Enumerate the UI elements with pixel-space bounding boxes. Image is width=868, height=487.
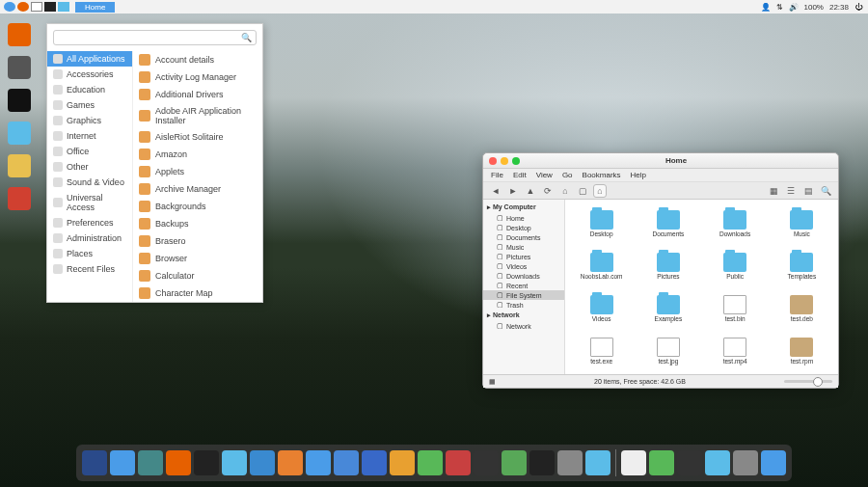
dock-app-icon[interactable] [446, 450, 471, 475]
panel-task-icon[interactable] [4, 2, 15, 12]
sidebar-item[interactable]: ▢Videos [483, 261, 564, 271]
app-item[interactable]: Backgrounds [133, 198, 262, 215]
app-item[interactable]: Additional Drivers [133, 86, 262, 103]
clock[interactable]: 22:38 [829, 3, 849, 12]
panel-task-icon[interactable] [31, 2, 42, 12]
dock-app-icon[interactable] [557, 450, 583, 475]
menu-view[interactable]: View [536, 171, 553, 179]
search-input[interactable] [58, 33, 241, 42]
category-item[interactable]: Administration [47, 230, 132, 246]
launcher-terminal-icon[interactable] [8, 89, 31, 112]
path-home-pill[interactable]: ⌂ [593, 184, 607, 198]
app-item[interactable]: Account details [133, 51, 262, 68]
file-item[interactable]: Downloads [703, 203, 768, 244]
dock-app-icon[interactable] [585, 450, 610, 475]
fm-icon-grid[interactable]: DesktopDocumentsDownloadsMusicNoobsLab.c… [565, 200, 838, 374]
file-item[interactable]: test.exe [569, 331, 634, 371]
file-item[interactable]: test.jpg [636, 331, 700, 371]
file-item[interactable]: test.rpm [770, 331, 834, 371]
app-item[interactable]: Applets [133, 163, 262, 180]
sidebar-item[interactable]: ▢Network [483, 321, 564, 331]
sidebar-heading[interactable]: ▸ Network [483, 310, 564, 321]
dock-app-icon[interactable] [334, 450, 359, 475]
app-item[interactable]: Archive Manager [133, 180, 262, 198]
minimize-icon[interactable] [501, 157, 508, 165]
dock-app-icon[interactable] [649, 450, 674, 475]
app-item[interactable]: Calculator [133, 267, 262, 284]
dock-app-icon[interactable] [418, 450, 443, 475]
category-item[interactable]: Recent Files [47, 261, 132, 277]
volume-icon[interactable]: 🔊 [789, 3, 799, 12]
dock-app-icon[interactable] [362, 450, 387, 475]
file-item[interactable]: Documents [636, 203, 700, 244]
shutdown-icon[interactable]: ⏻ [854, 3, 862, 12]
category-item[interactable]: Other [47, 159, 132, 175]
file-item[interactable]: Pictures [636, 246, 700, 286]
menu-search[interactable]: 🔍 [53, 30, 257, 45]
view-compact-button[interactable]: ▤ [801, 184, 815, 198]
home-button[interactable]: ⌂ [558, 184, 572, 198]
app-item[interactable]: Browser [133, 250, 262, 267]
dock-app-icon[interactable] [82, 450, 107, 475]
panel-task-icon[interactable] [58, 2, 69, 12]
file-item[interactable]: Videos [569, 288, 634, 329]
dock-app-icon[interactable] [222, 450, 247, 475]
launcher-power-icon[interactable] [8, 187, 31, 210]
dock-app-icon[interactable] [110, 450, 135, 475]
dock-app-icon[interactable] [138, 450, 163, 475]
dock-app-icon[interactable] [621, 450, 646, 475]
file-item[interactable]: Examples [636, 288, 700, 329]
sidebar-item[interactable]: ▢Music [483, 242, 564, 252]
menu-go[interactable]: Go [562, 171, 573, 179]
close-icon[interactable] [489, 157, 497, 165]
up-button[interactable]: ▲ [524, 184, 537, 198]
panel-task-icon[interactable] [17, 2, 29, 12]
file-item[interactable]: Templates [770, 246, 834, 286]
file-item[interactable]: Desktop [569, 203, 634, 244]
dock-app-icon[interactable] [677, 450, 702, 475]
sidebar-item[interactable]: ▢Recent [483, 281, 564, 290]
maximize-icon[interactable] [512, 157, 520, 165]
dock-app-icon[interactable] [166, 450, 191, 475]
sidebar-item[interactable]: ▢Trash [483, 300, 564, 310]
app-item[interactable]: Brasero [133, 232, 262, 250]
file-item[interactable]: test.bin [703, 288, 768, 329]
category-item[interactable]: Education [47, 82, 132, 97]
file-item[interactable]: NoobsLab.com [569, 246, 634, 286]
dock-app-icon[interactable] [194, 450, 219, 475]
category-item[interactable]: Places [47, 246, 132, 261]
sidebar-heading[interactable]: ▸ My Computer [483, 202, 564, 213]
zoom-slider[interactable] [784, 380, 832, 383]
menu-bookmarks[interactable]: Bookmarks [583, 171, 621, 179]
category-item[interactable]: Games [47, 97, 132, 113]
back-button[interactable]: ◄ [489, 184, 502, 198]
dock-app-icon[interactable] [474, 450, 499, 475]
launcher-firefox-icon[interactable] [8, 23, 31, 46]
category-item[interactable]: Universal Access [47, 190, 132, 215]
sidebar-item[interactable]: ▢File System [483, 290, 564, 300]
menu-help[interactable]: Help [631, 171, 646, 179]
dock-app-icon[interactable] [250, 450, 275, 475]
sidebar-item[interactable]: ▢Desktop [483, 223, 564, 232]
titlebar[interactable]: Home [483, 153, 838, 169]
view-list-button[interactable]: ☰ [784, 184, 798, 198]
app-item[interactable]: Character Map [133, 284, 262, 302]
launcher-files-icon[interactable] [8, 122, 31, 145]
dock-app-icon[interactable] [502, 450, 527, 475]
app-item[interactable]: Activity Log Manager [133, 68, 262, 86]
file-item[interactable]: Public [703, 246, 768, 286]
category-item[interactable]: Office [47, 144, 132, 159]
sidebar-item[interactable]: ▢Downloads [483, 271, 564, 281]
forward-button[interactable]: ► [506, 184, 520, 198]
category-item[interactable]: Accessories [47, 67, 132, 82]
breadcrumb[interactable]: Home [75, 2, 115, 13]
app-item[interactable]: Adobe AIR Application Installer [133, 103, 262, 128]
category-item[interactable]: Sound & Video [47, 175, 132, 190]
app-item[interactable]: AisleRiot Solitaire [133, 128, 262, 146]
file-item[interactable]: test.mp4 [703, 331, 768, 371]
app-item[interactable]: Backups [133, 215, 262, 232]
view-toggle-icon[interactable]: ▦ [489, 378, 496, 386]
dock-app-icon[interactable] [390, 450, 415, 475]
category-item[interactable]: Preferences [47, 215, 132, 230]
menu-edit[interactable]: Edit [513, 171, 527, 179]
